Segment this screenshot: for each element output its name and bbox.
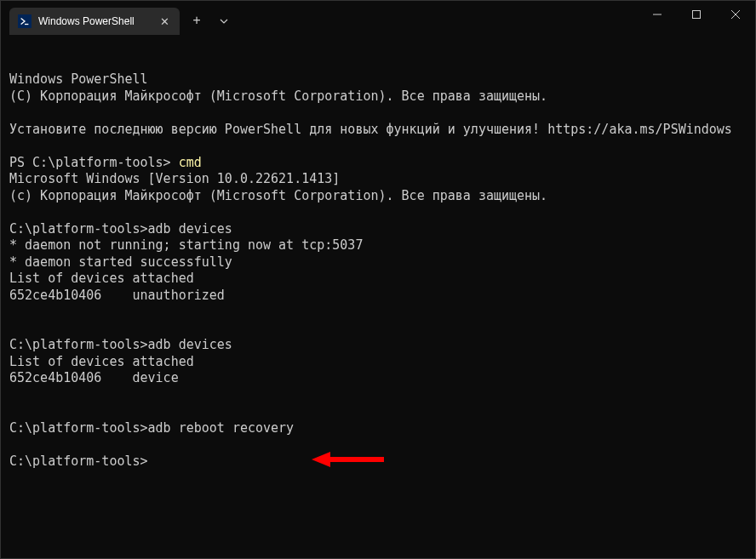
terminal-line (9, 204, 747, 221)
terminal-line: C:\platform-tools>adb devices (9, 221, 747, 238)
prompt-text: C:\platform-tools> (9, 221, 148, 237)
terminal-line: 652ce4b10406 device (9, 370, 747, 387)
tab-label: Windows PowerShell (38, 15, 151, 27)
prompt-text: C:\platform-tools> (9, 420, 148, 436)
terminal-line (9, 105, 747, 122)
command-text: adb devices (148, 337, 232, 352)
window-controls (638, 1, 755, 35)
terminal-line: (c) Корпорация Майкрософт (Microsoft Cor… (9, 188, 747, 205)
terminal-body[interactable]: Windows PowerShell(C) Корпорация Майкрос… (1, 35, 755, 558)
minimize-button[interactable] (638, 1, 677, 28)
terminal-line (9, 138, 747, 155)
command-text: adb devices (148, 221, 232, 237)
terminal-line (9, 436, 747, 453)
titlebar: Windows PowerShell ✕ + (1, 1, 755, 35)
prompt-text: C:\platform-tools> (9, 337, 148, 352)
terminal-line: * daemon started successfully (9, 254, 747, 271)
prompt-text: PS C:\platform-tools> (9, 155, 179, 170)
command-text: adb reboot recovery (148, 420, 295, 436)
prompt-text: C:\platform-tools> (9, 453, 148, 469)
tab-dropdown-button[interactable] (210, 8, 238, 35)
tab-close-button[interactable]: ✕ (158, 14, 171, 28)
terminal-line: (C) Корпорация Майкрософт (Microsoft Cor… (9, 88, 747, 106)
tabs-area: Windows PowerShell ✕ + (1, 1, 238, 35)
terminal-line: * daemon not running; starting now at tc… (9, 237, 747, 254)
terminal-line: Windows PowerShell (9, 71, 747, 88)
terminal-line: C:\platform-tools> (9, 453, 747, 471)
command-text: cmd (179, 155, 202, 170)
window-close-button[interactable] (716, 1, 755, 28)
terminal-line: C:\platform-tools>adb devices (9, 337, 747, 354)
terminal-line (9, 321, 747, 338)
svg-rect-3 (693, 11, 701, 19)
terminal-line: PS C:\platform-tools> cmd (9, 155, 747, 172)
powershell-icon (18, 14, 32, 28)
terminal-line (9, 304, 747, 321)
terminal-line: C:\platform-tools>adb reboot recovery (9, 420, 747, 437)
terminal-line: List of devices attached (9, 271, 747, 288)
maximize-button[interactable] (677, 1, 716, 28)
terminal-line: List of devices attached (9, 354, 747, 371)
terminal-line: 652ce4b10406 unauthorized (9, 288, 747, 305)
tab-powershell[interactable]: Windows PowerShell ✕ (9, 8, 180, 35)
new-tab-button[interactable]: + (183, 8, 210, 35)
terminal-line (9, 403, 747, 420)
terminal-line: Microsoft Windows [Version 10.0.22621.14… (9, 171, 747, 188)
terminal-line (9, 387, 747, 404)
terminal-window: Windows PowerShell ✕ + Windows PowerShel… (0, 0, 756, 559)
terminal-line: Установите последнюю версию PowerShell д… (9, 122, 747, 139)
